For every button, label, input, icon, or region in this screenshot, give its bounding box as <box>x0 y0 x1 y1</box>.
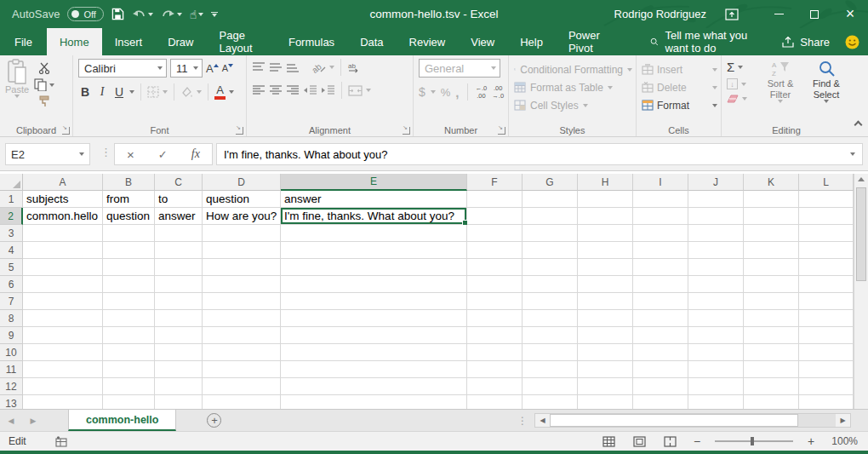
cell-K10[interactable] <box>744 344 799 361</box>
autosum-button[interactable]: Σ <box>727 60 754 74</box>
increase-decimal-button[interactable]: ←.0 .00 <box>476 84 488 100</box>
copy-button[interactable] <box>34 78 54 91</box>
cell-D9[interactable] <box>203 327 281 344</box>
cell-B11[interactable] <box>103 361 155 378</box>
cell-D11[interactable] <box>203 361 281 378</box>
cell-H12[interactable] <box>578 378 633 395</box>
cell-J5[interactable] <box>688 259 744 276</box>
fill-color-button[interactable] <box>180 86 193 98</box>
zoom-in-button[interactable]: + <box>805 434 817 448</box>
tab-view[interactable]: View <box>458 28 507 55</box>
cell-K12[interactable] <box>744 378 799 395</box>
cell-F10[interactable] <box>467 344 523 361</box>
cell-C4[interactable] <box>155 242 203 259</box>
cell-G6[interactable] <box>523 276 578 293</box>
cell-G9[interactable] <box>523 327 578 344</box>
cell-J9[interactable] <box>688 327 744 344</box>
cell-D3[interactable] <box>203 225 281 242</box>
cell-A9[interactable] <box>23 327 103 344</box>
cell-K5[interactable] <box>744 259 799 276</box>
cell-F4[interactable] <box>467 242 523 259</box>
tab-insert[interactable]: Insert <box>102 28 156 55</box>
cell-K2[interactable] <box>744 208 799 225</box>
zoom-level[interactable]: 100% <box>829 435 858 447</box>
font-dialog-launcher[interactable] <box>236 127 243 135</box>
cell-I12[interactable] <box>633 378 688 395</box>
column-header-H[interactable]: H <box>578 174 633 191</box>
cell-E1[interactable]: answer <box>281 191 467 208</box>
merge-center-button[interactable] <box>348 85 363 96</box>
column-header-L[interactable]: L <box>799 174 854 191</box>
cell-L10[interactable] <box>799 344 854 361</box>
increase-font-button[interactable]: A <box>206 62 219 75</box>
cell-I3[interactable] <box>633 225 688 242</box>
cell-K11[interactable] <box>744 361 799 378</box>
cell-C8[interactable] <box>155 310 203 327</box>
cell-G7[interactable] <box>523 293 578 310</box>
page-break-view-button[interactable] <box>660 434 679 449</box>
scrollbar-resize-grip[interactable]: ⋮ <box>517 415 528 427</box>
cell-B8[interactable] <box>103 310 155 327</box>
row-header-8[interactable]: 8 <box>0 310 23 327</box>
cell-G13[interactable] <box>523 395 578 409</box>
row-header-10[interactable]: 10 <box>0 344 23 361</box>
cell-E6[interactable] <box>281 276 467 293</box>
cell-F3[interactable] <box>467 225 523 242</box>
cell-I7[interactable] <box>633 293 688 310</box>
close-button[interactable]: × <box>832 0 868 28</box>
cell-A4[interactable] <box>23 242 103 259</box>
cell-A3[interactable] <box>23 225 103 242</box>
row-header-1[interactable]: 1 <box>0 191 23 208</box>
cell-styles-button[interactable]: Cell Styles <box>514 96 632 114</box>
cell-H8[interactable] <box>578 310 633 327</box>
cell-J12[interactable] <box>688 378 744 395</box>
cell-L3[interactable] <box>799 225 854 242</box>
cell-K13[interactable] <box>744 395 799 409</box>
next-sheet-button[interactable]: ▶ <box>22 410 44 431</box>
cell-E8[interactable] <box>281 310 467 327</box>
cell-D7[interactable] <box>203 293 281 310</box>
number-format-select[interactable]: General <box>419 59 500 78</box>
cell-F7[interactable] <box>467 293 523 310</box>
cell-E12[interactable] <box>281 378 467 395</box>
column-header-F[interactable]: F <box>467 174 523 191</box>
cell-D10[interactable] <box>203 344 281 361</box>
format-cells-button[interactable]: Format <box>642 96 717 114</box>
middle-align-button[interactable] <box>269 62 283 72</box>
cell-C12[interactable] <box>155 378 203 395</box>
enter-button[interactable]: ✓ <box>158 148 168 161</box>
column-header-J[interactable]: J <box>688 174 744 191</box>
name-box-resize-handle[interactable]: ⋮ <box>100 146 111 158</box>
cell-F9[interactable] <box>467 327 523 344</box>
touch-mode-button[interactable]: ☝ <box>190 8 204 21</box>
cell-C10[interactable] <box>155 344 203 361</box>
tab-data[interactable]: Data <box>347 28 396 55</box>
cell-F8[interactable] <box>467 310 523 327</box>
cell-I5[interactable] <box>633 259 688 276</box>
cell-H13[interactable] <box>578 395 633 409</box>
format-painter-button[interactable] <box>34 95 54 107</box>
cell-G12[interactable] <box>523 378 578 395</box>
cell-I8[interactable] <box>633 310 688 327</box>
cell-B1[interactable]: from <box>103 191 155 208</box>
cell-A7[interactable] <box>23 293 103 310</box>
zoom-slider-thumb[interactable] <box>751 437 754 445</box>
cell-E13[interactable] <box>281 395 467 409</box>
cancel-button[interactable]: × <box>127 147 134 162</box>
vertical-scrollbar[interactable] <box>854 174 868 409</box>
cell-H2[interactable] <box>578 208 633 225</box>
row-header-7[interactable]: 7 <box>0 293 23 310</box>
cell-E5[interactable] <box>281 259 467 276</box>
row-header-11[interactable]: 11 <box>0 361 23 378</box>
sheet-tab-active[interactable]: common-hello <box>68 410 176 431</box>
cell-G10[interactable] <box>523 344 578 361</box>
scroll-right-icon[interactable]: ▶ <box>836 414 850 427</box>
normal-view-button[interactable] <box>599 434 618 449</box>
cell-A11[interactable] <box>23 361 103 378</box>
cell-H3[interactable] <box>578 225 633 242</box>
column-header-B[interactable]: B <box>103 174 155 191</box>
delete-cells-button[interactable]: Delete <box>642 78 717 96</box>
cell-I1[interactable] <box>633 191 688 208</box>
cell-C7[interactable] <box>155 293 203 310</box>
cell-D6[interactable] <box>203 276 281 293</box>
